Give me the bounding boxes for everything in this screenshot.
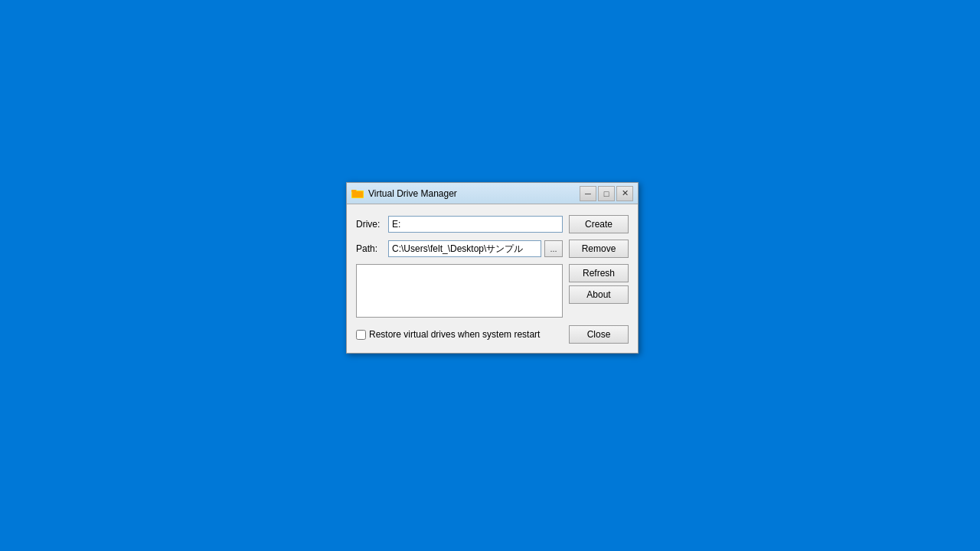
about-button[interactable]: About	[569, 285, 629, 304]
path-input[interactable]	[388, 240, 541, 257]
main-area: Refresh About	[356, 264, 629, 318]
path-row: Path: ... Remove	[356, 240, 629, 258]
create-button[interactable]: Create	[569, 215, 629, 233]
maximize-button[interactable]: □	[598, 186, 615, 201]
browse-button[interactable]: ...	[544, 240, 563, 257]
close-button[interactable]: Close	[569, 325, 629, 344]
window-content: Drive: E: F: G: Create Path: ... Remove	[347, 204, 638, 353]
drive-label: Drive:	[356, 219, 388, 230]
svg-rect-3	[352, 191, 363, 197]
drive-select[interactable]: E: F: G:	[388, 216, 563, 233]
drive-select-wrapper: E: F: G:	[388, 216, 563, 233]
restore-checkbox-label[interactable]: Restore virtual drives when system resta…	[356, 329, 540, 340]
minimize-button[interactable]: ─	[580, 186, 596, 201]
refresh-button[interactable]: Refresh	[569, 264, 629, 282]
window-title: Virtual Drive Manager	[368, 188, 580, 199]
title-bar-controls: ─ □ ✕	[580, 186, 633, 201]
restore-checkbox-text: Restore virtual drives when system resta…	[369, 329, 540, 340]
remove-button[interactable]: Remove	[569, 240, 629, 258]
drive-row: Drive: E: F: G: Create	[356, 215, 629, 233]
path-label: Path:	[356, 243, 388, 254]
svg-rect-4	[351, 190, 356, 192]
drives-list[interactable]	[356, 264, 563, 318]
app-icon	[351, 187, 364, 200]
restore-checkbox[interactable]	[356, 330, 366, 340]
bottom-row: Restore virtual drives when system resta…	[356, 325, 629, 344]
title-bar: Virtual Drive Manager ─ □ ✕	[347, 183, 638, 204]
virtual-drive-manager-window: Virtual Drive Manager ─ □ ✕ Drive: E: F:…	[346, 182, 639, 354]
close-window-button[interactable]: ✕	[616, 186, 633, 201]
action-buttons-column: Refresh About	[569, 264, 629, 318]
